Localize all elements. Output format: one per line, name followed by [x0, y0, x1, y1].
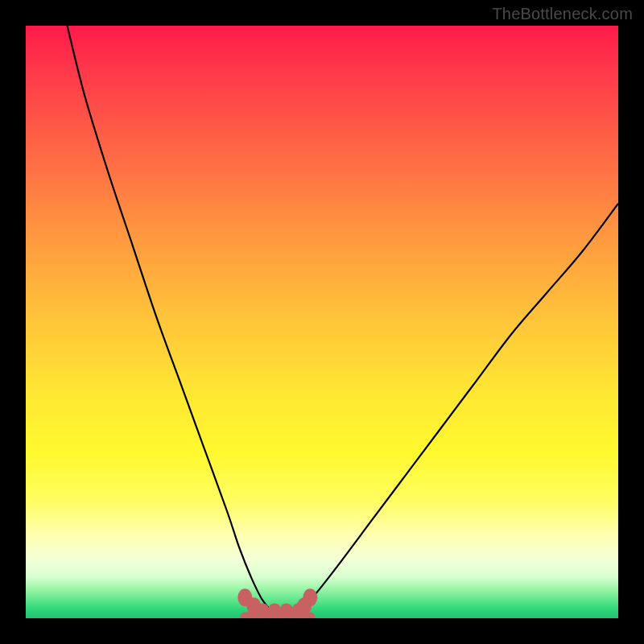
- plot-area: [26, 26, 618, 618]
- bottleneck-curve: [68, 26, 619, 613]
- trough-marker-group: [237, 588, 317, 618]
- attribution-text: TheBottleneck.com: [492, 5, 633, 23]
- trough-marker: [303, 588, 317, 606]
- outer-frame: TheBottleneck.com: [0, 0, 644, 644]
- chart-svg: [26, 26, 618, 618]
